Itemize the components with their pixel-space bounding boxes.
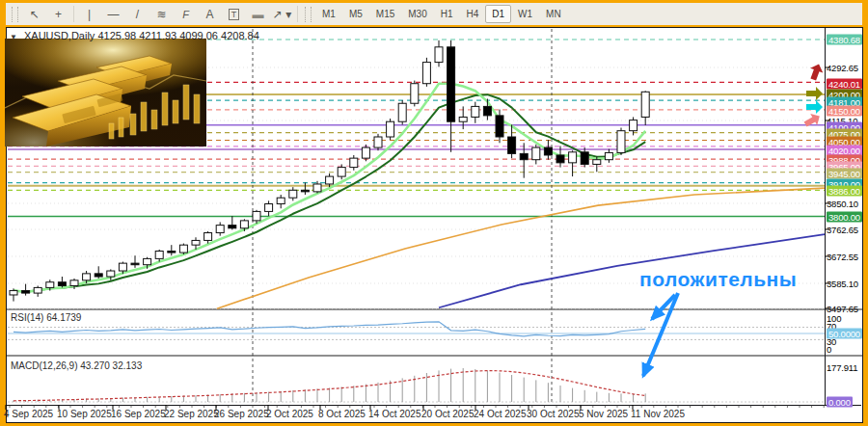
- date-label: 11 Nov 2025: [631, 409, 685, 419]
- gold-bars-image: [5, 39, 206, 146]
- text-tool-icon: A: [205, 8, 213, 21]
- axis-tick-label: 3672.55: [827, 252, 858, 262]
- timeframe-H4[interactable]: H4: [460, 5, 486, 23]
- price-level-tag: 4150.00: [827, 105, 862, 116]
- date-label: 14 Oct 2025: [368, 409, 420, 419]
- arrows-tool[interactable]: ↗ ▾: [270, 5, 294, 23]
- toolbar-separator: [297, 6, 298, 22]
- axis-tick-label: 0: [827, 344, 831, 355]
- shapes-tool[interactable]: ▬: [246, 5, 270, 23]
- timeframe-W1[interactable]: W1: [511, 5, 539, 23]
- timeframe-MN[interactable]: MN: [539, 5, 568, 23]
- toolbar-grip[interactable]: [12, 7, 18, 22]
- date-label: 2 Oct 2025: [266, 409, 313, 419]
- date-label: 26 Sep 2025: [214, 409, 269, 419]
- timeframe-group: M1M5M15M30H1H4D1W1MN: [315, 5, 568, 23]
- price-level-tag: 4240.01: [827, 79, 862, 90]
- right-arrow-olive: [806, 87, 823, 100]
- axis-tick-label: 3762.65: [827, 225, 858, 235]
- timeframe-grip[interactable]: [305, 7, 312, 22]
- timeframe-M15[interactable]: M15: [369, 5, 401, 23]
- symbol-period-label: XAUUSD,Daily: [24, 30, 95, 41]
- axis-tick-label: 4292.65: [827, 63, 858, 73]
- equidistant-channel-tool-icon: ≋: [156, 8, 166, 21]
- ohlc-values: 4125.98 4211.93 4099.06 4208.84: [97, 30, 258, 41]
- timeframe-M1[interactable]: M1: [315, 5, 342, 23]
- trading-terminal: { "toolbar": { "tools": [ {"name":"curso…: [0, 0, 868, 426]
- up-right-arrow-salmon: [802, 110, 824, 130]
- fibonacci-tool[interactable]: F: [174, 5, 198, 23]
- horizontal-line-tool-icon: —: [108, 8, 120, 21]
- date-label: 20 Oct 2025: [421, 409, 474, 419]
- axis-tick-label: 3850.10: [827, 199, 858, 209]
- toolbar: ↖+|—/≋FAT▬↗ ▾ M1M5M15M30H1H4D1W1MN: [6, 3, 862, 25]
- label-tool-icon: T: [229, 9, 240, 20]
- drawing-tools-group: ↖+|—/≋FAT▬↗ ▾: [22, 5, 301, 23]
- date-label: 16 Sep 2025: [111, 409, 166, 419]
- date-label: 24 Oct 2025: [474, 409, 526, 419]
- price-level-tag: 0.000: [827, 397, 853, 408]
- equidistant-channel-tool[interactable]: ≋: [149, 5, 174, 23]
- price-level-tag: 3886.00: [827, 186, 862, 197]
- price-level-tag: 3800.00: [827, 211, 862, 222]
- horizontal-line-tool[interactable]: —: [101, 5, 125, 23]
- date-label: 4 Sep 2025: [4, 409, 53, 419]
- date-label: 30 Oct 2025: [527, 409, 579, 419]
- shapes-tool-icon: ▬: [253, 8, 264, 21]
- cursor-tool-icon: ↖: [29, 8, 39, 21]
- price-level-tag: 4380.68: [827, 35, 862, 45]
- timeframe-D1[interactable]: D1: [485, 5, 511, 23]
- annotation-arrow: [643, 293, 678, 376]
- crosshair-tool-icon: +: [55, 8, 62, 21]
- fibonacci-tool-icon: F: [182, 9, 189, 20]
- macd-histogram: [14, 368, 645, 402]
- label-tool[interactable]: T: [222, 5, 246, 23]
- vertical-line-tool-icon: |: [88, 8, 91, 21]
- toolbar-separator: [73, 6, 74, 22]
- timeframe-H1[interactable]: H1: [434, 5, 460, 23]
- up-arrow-red: [807, 62, 826, 82]
- rsi-line: [14, 322, 645, 336]
- chart-title: ▼ XAUUSD,Daily 4125.98 4211.93 4099.06 4…: [10, 30, 259, 41]
- date-label: 5 Nov 2025: [579, 409, 628, 419]
- axis-tick-label: 177.911: [827, 362, 857, 373]
- vertical-line-tool[interactable]: |: [77, 5, 101, 23]
- right-arrow-cyan: [806, 100, 823, 114]
- timeframe-M30[interactable]: M30: [401, 5, 433, 23]
- axis-tick-label: 3585.10: [827, 279, 858, 289]
- annotation-text: положительны: [639, 268, 797, 291]
- trendline-tool[interactable]: /: [125, 5, 149, 23]
- crosshair-tool[interactable]: +: [46, 5, 70, 23]
- chevron-down-icon[interactable]: ▼: [10, 33, 17, 41]
- trendline-tool-icon: /: [136, 8, 139, 21]
- rsi-indicator-label: RSI(14) 64.1739: [11, 312, 81, 323]
- text-tool[interactable]: A: [198, 5, 222, 23]
- date-label: 8 Oct 2025: [318, 409, 366, 419]
- cursor-tool[interactable]: ↖: [22, 5, 46, 23]
- price-level-tag: 3945.00: [827, 168, 862, 178]
- arrows-tool-icon: ↗ ▾: [273, 8, 291, 21]
- date-label: 22 Sep 2025: [164, 409, 219, 419]
- macd-indicator-label: MACD(12,26,9) 43.270 32.133: [11, 360, 142, 371]
- date-label: 10 Sep 2025: [57, 409, 112, 419]
- timeframe-M5[interactable]: M5: [342, 5, 369, 23]
